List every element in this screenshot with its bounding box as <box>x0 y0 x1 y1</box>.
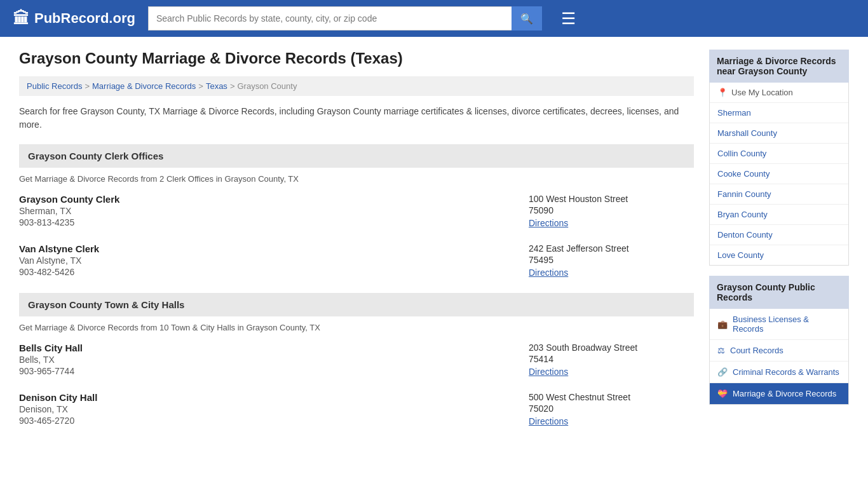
cityhall-2-directions[interactable]: Directions <box>529 416 568 426</box>
page-description: Search for free Grayson County, TX Marri… <box>19 105 694 132</box>
clerk-office-1-address: 100 West Houston Street <box>529 194 694 204</box>
breadcrumb: Public Records > Marriage & Divorce Reco… <box>19 76 694 96</box>
nearby-item-bryan[interactable]: Bryan County <box>710 205 848 225</box>
cityhall-2-right: 500 West Chestnut Street 75020 Direction… <box>529 392 694 426</box>
clerk-office-1: Grayson County Clerk Sherman, TX 903-813… <box>19 194 694 228</box>
public-records-box: Grayson County Public Records 💼 Business… <box>709 276 849 405</box>
site-logo[interactable]: 🏛 PubRecord.org <box>13 9 135 29</box>
public-records-list: 💼 Business Licenses & Records ⚖ Court Re… <box>709 309 849 405</box>
clerk-office-2: Van Alstyne Clerk Van Alstyne, TX 903-48… <box>19 243 694 278</box>
cityhall-2-left: Denison City Hall Denison, TX 903-465-27… <box>19 392 529 426</box>
nearby-link-bryan[interactable]: Bryan County <box>710 205 848 224</box>
nearby-item-marshall[interactable]: Marshall County <box>710 123 848 144</box>
clerk-office-2-directions[interactable]: Directions <box>529 268 568 278</box>
records-item-marriage[interactable]: 💝 Marriage & Divorce Records <box>710 383 848 404</box>
clerk-office-2-left: Van Alstyne Clerk Van Alstyne, TX 903-48… <box>19 243 529 278</box>
nearby-item-cooke[interactable]: Cooke County <box>710 164 848 184</box>
cityhall-1-address: 203 South Broadway Street <box>529 342 694 353</box>
nearby-item-collin[interactable]: Collin County <box>710 144 848 164</box>
records-link-criminal[interactable]: 🔗 Criminal Records & Warrants <box>710 362 848 383</box>
search-input[interactable] <box>148 6 512 30</box>
briefcase-icon: 💼 <box>717 320 728 329</box>
nearby-title: Marriage & Divorce Records near Grayson … <box>709 50 849 83</box>
cityhall-section-desc: Get Marriage & Divorce Records from 10 T… <box>19 323 694 332</box>
cityhall-1-right: 203 South Broadway Street 75414 Directio… <box>529 342 694 377</box>
cityhall-2-zip: 75020 <box>529 403 694 414</box>
records-link-business[interactable]: 💼 Business Licenses & Records <box>710 309 848 339</box>
cityhall-1-phone: 903-965-7744 <box>19 366 529 376</box>
clerk-office-2-zip: 75495 <box>529 255 694 265</box>
use-location-link[interactable]: 📍 Use My Location <box>710 83 848 102</box>
nearby-link-collin[interactable]: Collin County <box>710 144 848 163</box>
breadcrumb-sep3: > <box>230 81 235 91</box>
clerk-office-1-directions[interactable]: Directions <box>529 218 568 228</box>
use-location-label: Use My Location <box>731 88 793 97</box>
nearby-link-sherman[interactable]: Sherman <box>710 103 848 123</box>
nearby-use-location[interactable]: 📍 Use My Location <box>710 83 848 103</box>
breadcrumb-texas[interactable]: Texas <box>206 81 227 91</box>
records-item-court[interactable]: ⚖ Court Records <box>710 340 848 362</box>
clerk-office-2-address: 242 East Jefferson Street <box>529 243 694 254</box>
nearby-item-fannin[interactable]: Fannin County <box>710 184 848 205</box>
hamburger-menu[interactable]: ☰ <box>561 9 576 29</box>
cityhall-1-left: Bells City Hall Bells, TX 903-965-7744 <box>19 342 529 377</box>
main-content: Grayson County Marriage & Divorce Record… <box>19 50 694 442</box>
heart-icon: 💝 <box>717 389 728 398</box>
search-button[interactable]: 🔍 <box>512 6 542 30</box>
breadcrumb-public-records[interactable]: Public Records <box>27 81 82 91</box>
cityhall-2-city: Denison, TX <box>19 404 529 414</box>
records-label-criminal: Criminal Records & Warrants <box>733 367 839 377</box>
records-link-marriage[interactable]: 💝 Marriage & Divorce Records <box>710 383 848 404</box>
records-label-court: Court Records <box>730 346 783 355</box>
clerk-office-1-zip: 75090 <box>529 205 694 215</box>
cityhall-1-city: Bells, TX <box>19 355 529 365</box>
clerk-office-2-phone: 903-482-5426 <box>19 267 529 277</box>
clerk-section-header: Grayson County Clerk Offices <box>19 144 694 168</box>
logo-text: PubRecord.org <box>34 10 135 27</box>
nearby-link-cooke[interactable]: Cooke County <box>710 164 848 184</box>
nearby-link-marshall[interactable]: Marshall County <box>710 123 848 143</box>
nearby-list: 📍 Use My Location Sherman Marshall Count… <box>709 83 849 266</box>
clerk-office-2-city: Van Alstyne, TX <box>19 255 529 266</box>
search-bar: 🔍 <box>148 6 542 30</box>
records-label-marriage: Marriage & Divorce Records <box>733 389 836 398</box>
logo-icon: 🏛 <box>13 9 29 29</box>
location-pin-icon: 📍 <box>717 88 728 97</box>
clerk-section-desc: Get Marriage & Divorce Records from 2 Cl… <box>19 174 694 184</box>
nearby-item-love[interactable]: Love County <box>710 245 848 265</box>
site-header: 🏛 PubRecord.org 🔍 ☰ <box>0 0 868 37</box>
cityhall-2: Denison City Hall Denison, TX 903-465-27… <box>19 392 694 426</box>
cityhall-section-header: Grayson County Town & City Halls <box>19 293 694 316</box>
nearby-box: Marriage & Divorce Records near Grayson … <box>709 50 849 266</box>
clerk-office-1-right: 100 West Houston Street 75090 Directions <box>529 194 694 228</box>
scales-icon: ⚖ <box>717 346 725 355</box>
records-link-court[interactable]: ⚖ Court Records <box>710 340 848 361</box>
nearby-link-love[interactable]: Love County <box>710 245 848 265</box>
page-title: Grayson County Marriage & Divorce Record… <box>19 50 694 67</box>
breadcrumb-county: Grayson County <box>237 81 297 91</box>
sidebar: Marriage & Divorce Records near Grayson … <box>709 50 849 442</box>
cityhall-2-name: Denison City Hall <box>19 392 529 403</box>
clerk-office-1-left: Grayson County Clerk Sherman, TX 903-813… <box>19 194 529 228</box>
public-records-title: Grayson County Public Records <box>709 276 849 309</box>
clerk-office-2-name: Van Alstyne Clerk <box>19 243 529 254</box>
nearby-item-denton[interactable]: Denton County <box>710 225 848 245</box>
cityhall-1: Bells City Hall Bells, TX 903-965-7744 2… <box>19 342 694 377</box>
cityhall-1-zip: 75414 <box>529 354 694 364</box>
nearby-link-denton[interactable]: Denton County <box>710 225 848 245</box>
cityhall-1-directions[interactable]: Directions <box>529 367 568 377</box>
nearby-item-sherman[interactable]: Sherman <box>710 103 848 123</box>
breadcrumb-marriage[interactable]: Marriage & Divorce Records <box>92 81 196 91</box>
records-label-business: Business Licenses & Records <box>733 315 841 334</box>
records-item-criminal[interactable]: 🔗 Criminal Records & Warrants <box>710 362 848 383</box>
cityhall-2-address: 500 West Chestnut Street <box>529 392 694 402</box>
link-icon: 🔗 <box>717 367 728 377</box>
cityhall-2-phone: 903-465-2720 <box>19 416 529 426</box>
breadcrumb-sep2: > <box>198 81 203 91</box>
cityhall-1-name: Bells City Hall <box>19 342 529 353</box>
clerk-office-1-name: Grayson County Clerk <box>19 194 529 205</box>
breadcrumb-sep1: > <box>85 81 90 91</box>
clerk-office-1-city: Sherman, TX <box>19 206 529 216</box>
records-item-business[interactable]: 💼 Business Licenses & Records <box>710 309 848 340</box>
nearby-link-fannin[interactable]: Fannin County <box>710 184 848 204</box>
